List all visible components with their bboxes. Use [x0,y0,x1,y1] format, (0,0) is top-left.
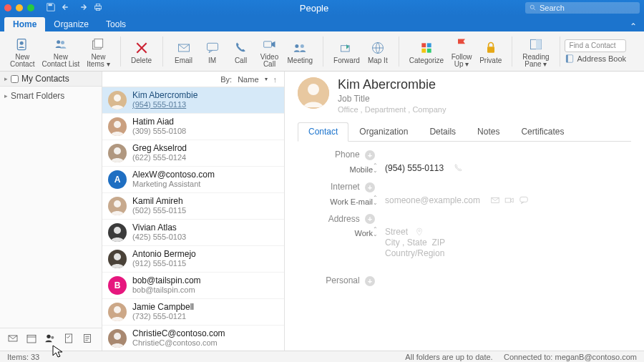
collapse-ribbon-icon[interactable]: ⌃ [630,21,637,31]
new-contact-list-button[interactable]: NewContact List [39,34,82,71]
add-internet-icon[interactable]: + [365,182,375,192]
tab-contact[interactable]: Contact [298,122,348,142]
contact-list-item[interactable]: Bbob@tailspin.combob@tailspin.com [102,273,284,299]
redo-icon[interactable] [77,2,87,14]
categorize-button[interactable]: Categorize [406,34,447,71]
phone-action-icon[interactable] [454,163,464,173]
svg-point-6 [20,41,24,45]
contact-list-item[interactable]: AAlexW@contoso.comMarketing Assistant [102,167,284,193]
contact-sub-label: ChristieC@contoso.com [132,338,225,348]
private-button[interactable]: Private [477,34,504,71]
svg-rect-13 [263,41,271,47]
email-button[interactable]: Email [170,34,197,71]
contact-list-item[interactable]: Greg Akselrod(622) 555-0124 [102,140,284,167]
contact-list-item[interactable]: Kamil Amireh(502) 555-0115 [102,193,284,220]
item-count: Items: 33 [7,353,39,361]
sync-status: All folders are up to date. [405,353,492,361]
svg-rect-26 [566,54,567,62]
list-sort-header[interactable]: By: Name▾ ↑ [102,72,284,87]
zoom-window[interactable] [27,4,34,11]
call-button[interactable]: Call [228,34,255,71]
reading-pane-button[interactable]: ReadingPane ▾ [519,34,552,71]
contact-sub-label: (954) 555-0113 [132,100,197,109]
svg-point-35 [114,147,121,155]
sidebar-smart-folders[interactable]: ▸Smart Folders [0,87,102,105]
contact-list-item[interactable]: Kim Abercrombie(954) 555-0113 [102,87,284,114]
minimize-window[interactable] [16,4,23,11]
contact-avatar [108,223,127,242]
svg-rect-45 [505,198,511,202]
notes-icon[interactable] [82,333,93,346]
global-search[interactable]: Search [525,2,640,14]
map-pin-icon[interactable] [415,228,424,236]
svg-point-4 [530,5,534,9]
save-icon[interactable] [46,2,56,14]
contact-name-label: Antonio Bermejo [132,250,196,259]
im-action-icon[interactable] [519,195,529,205]
add-personal-icon[interactable]: + [365,276,375,286]
close-window[interactable] [4,4,11,11]
svg-point-8 [61,41,64,44]
my-contacts-checkbox[interactable] [11,75,19,83]
contact-avatar [108,303,127,321]
meeting-button[interactable]: Meeting [285,34,316,71]
svg-rect-22 [487,47,494,52]
svg-rect-28 [27,335,36,343]
tab-organize[interactable]: Organize [45,17,97,31]
video-call-button[interactable]: VideoCall [256,34,283,71]
address-book-button[interactable]: Address Book [565,54,626,64]
im-button[interactable]: IM [199,34,226,71]
calendar-icon[interactable] [26,333,37,346]
work-email-field[interactable]: someone@example.com [385,195,480,205]
contact-list-item[interactable]: Vivian Atlas(425) 555-0103 [102,220,284,246]
window-title: People [103,3,525,14]
follow-up-button[interactable]: FollowUp ▾ [448,34,475,71]
contact-list-item[interactable]: ChristieC@contoso.comChristieC@contoso.c… [102,326,284,351]
contact-list-item[interactable]: Jamie Campbell(732) 555-0121 [102,299,284,326]
forward-button[interactable]: Forward [331,34,363,71]
tab-certificates[interactable]: Certificates [510,122,575,141]
tab-tools[interactable]: Tools [97,17,135,31]
job-title-field[interactable]: Job Title [338,94,446,104]
work-address-field[interactable]: Street City , State ZIP Country/Region [385,227,445,259]
new-contact-button[interactable]: NewContact [7,34,37,71]
contact-list-item[interactable]: Hatim Aiad(309) 555-0108 [102,114,284,140]
video-action-icon[interactable] [504,195,514,205]
contact-list-item[interactable]: Antonio Bermejo(912) 555-0115 [102,246,284,273]
contact-sub-label: (309) 555-0108 [132,127,186,136]
tab-organization[interactable]: Organization [348,122,419,141]
svg-rect-10 [94,39,103,48]
org-fields[interactable]: Office , Department , Company [338,105,446,114]
mail-icon[interactable] [7,333,19,346]
tab-details[interactable]: Details [419,122,467,141]
sidebar: ▸ My Contacts ▸Smart Folders [0,72,102,351]
contact-sub-label: (912) 555-0115 [132,259,196,268]
add-address-icon[interactable]: + [365,214,375,224]
contact-name-label: ChristieC@contoso.com [132,329,225,338]
contact-name: Kim Abercrombie [338,77,446,92]
print-icon[interactable] [93,2,103,14]
tasks-icon[interactable] [63,333,74,346]
contact-name-label: Kamil Amireh [132,197,186,206]
sidebar-my-contacts[interactable]: ▸ My Contacts [0,72,102,87]
contact-name-label: Vivian Atlas [132,223,186,233]
tab-home[interactable]: Home [4,17,45,31]
delete-button[interactable]: Delete [128,34,155,71]
tab-notes[interactable]: Notes [467,122,510,141]
map-it-button[interactable]: Map It [364,34,391,71]
people-icon[interactable] [44,333,56,346]
contact-name-label: Jamie Campbell [132,303,194,312]
email-action-icon[interactable] [490,195,500,205]
add-phone-icon[interactable]: + [365,150,375,160]
undo-icon[interactable] [62,2,72,14]
status-bar: Items: 33 All folders are up to date. Co… [0,351,644,362]
contact-detail-pane: Kim Abercrombie Job Title Office , Depar… [285,72,644,351]
contact-avatar [108,329,127,348]
new-items-button[interactable]: NewItems ▾ [84,34,112,71]
svg-point-30 [51,336,54,339]
mobile-value[interactable]: (954) 555-0113 [385,163,444,173]
find-contact-field[interactable]: Find a Contact [565,39,626,52]
detail-tabs: Contact Organization Details Notes Certi… [298,122,631,142]
svg-point-34 [114,121,121,128]
contact-sub-label: (622) 555-0124 [132,153,187,162]
